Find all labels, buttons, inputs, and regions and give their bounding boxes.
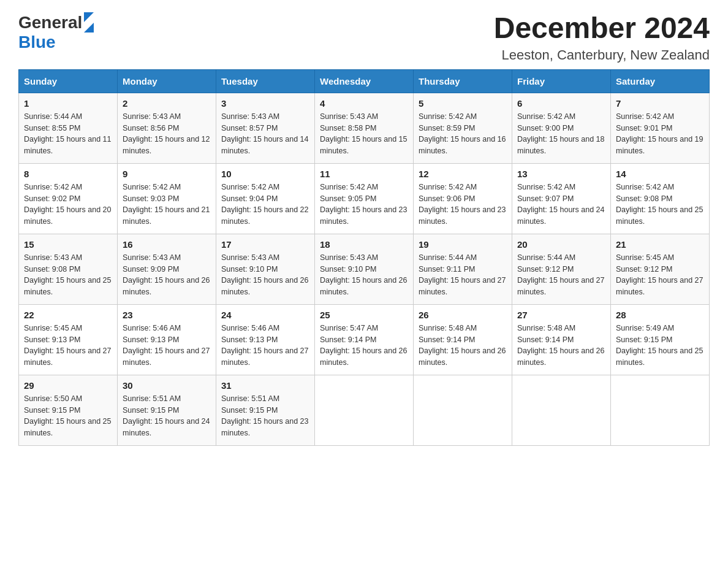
day-number: 1: [24, 98, 112, 109]
calendar-cell: 13 Sunrise: 5:42 AM Sunset: 9:07 PM Dayl…: [512, 163, 611, 234]
day-info: Sunrise: 5:51 AM Sunset: 9:15 PM Dayligh…: [123, 393, 211, 439]
day-info: Sunrise: 5:42 AM Sunset: 9:08 PM Dayligh…: [616, 182, 704, 228]
calendar-cell: 8 Sunrise: 5:42 AM Sunset: 9:02 PM Dayli…: [19, 163, 118, 234]
day-info: Sunrise: 5:45 AM Sunset: 9:12 PM Dayligh…: [616, 252, 704, 298]
day-info: Sunrise: 5:43 AM Sunset: 9:10 PM Dayligh…: [320, 252, 408, 298]
day-info: Sunrise: 5:42 AM Sunset: 8:59 PM Dayligh…: [419, 111, 507, 157]
day-info: Sunrise: 5:50 AM Sunset: 9:15 PM Dayligh…: [24, 393, 112, 439]
calendar-cell: 2 Sunrise: 5:43 AM Sunset: 8:56 PM Dayli…: [118, 93, 216, 163]
calendar-cell: 3 Sunrise: 5:43 AM Sunset: 8:57 PM Dayli…: [216, 93, 315, 163]
day-number: 29: [24, 380, 112, 391]
day-number: 18: [320, 239, 408, 250]
day-number: 16: [123, 239, 211, 250]
day-info: Sunrise: 5:42 AM Sunset: 9:05 PM Dayligh…: [320, 182, 408, 228]
calendar-cell: [315, 375, 414, 445]
calendar-cell: 17 Sunrise: 5:43 AM Sunset: 9:10 PM Dayl…: [216, 234, 315, 304]
calendar-cell: [611, 375, 710, 445]
day-info: Sunrise: 5:47 AM Sunset: 9:14 PM Dayligh…: [320, 323, 408, 369]
day-number: 19: [419, 239, 507, 250]
weekday-header-sunday: Sunday: [19, 69, 118, 93]
day-info: Sunrise: 5:44 AM Sunset: 9:11 PM Dayligh…: [419, 252, 507, 298]
day-number: 23: [123, 310, 211, 320]
calendar-cell: 23 Sunrise: 5:46 AM Sunset: 9:13 PM Dayl…: [118, 304, 216, 375]
day-number: 25: [320, 310, 408, 320]
calendar-cell: 24 Sunrise: 5:46 AM Sunset: 9:13 PM Dayl…: [216, 304, 315, 375]
calendar-table: SundayMondayTuesdayWednesdayThursdayFrid…: [18, 69, 710, 446]
logo-general: General: [18, 13, 82, 33]
calendar-cell: 10 Sunrise: 5:42 AM Sunset: 9:04 PM Dayl…: [216, 163, 315, 234]
day-number: 22: [24, 310, 112, 320]
calendar-cell: 5 Sunrise: 5:42 AM Sunset: 8:59 PM Dayli…: [414, 93, 512, 163]
calendar-cell: 19 Sunrise: 5:44 AM Sunset: 9:11 PM Dayl…: [414, 234, 512, 304]
calendar-cell: [512, 375, 611, 445]
day-number: 17: [221, 239, 309, 250]
day-number: 2: [123, 98, 211, 109]
day-info: Sunrise: 5:42 AM Sunset: 9:03 PM Dayligh…: [123, 182, 211, 228]
location: Leeston, Canterbury, New Zealand: [494, 47, 710, 63]
day-number: 20: [517, 239, 605, 250]
day-number: 31: [221, 380, 309, 391]
weekday-header-wednesday: Wednesday: [315, 69, 414, 93]
day-number: 26: [419, 310, 507, 320]
weekday-header-thursday: Thursday: [414, 69, 512, 93]
logo-blue: Blue: [18, 33, 56, 52]
day-number: 24: [221, 310, 309, 320]
calendar-cell: 6 Sunrise: 5:42 AM Sunset: 9:00 PM Dayli…: [512, 93, 611, 163]
day-info: Sunrise: 5:48 AM Sunset: 9:14 PM Dayligh…: [419, 323, 507, 369]
day-info: Sunrise: 5:42 AM Sunset: 9:02 PM Dayligh…: [24, 182, 112, 228]
calendar-cell: 25 Sunrise: 5:47 AM Sunset: 9:14 PM Dayl…: [315, 304, 414, 375]
day-number: 5: [419, 98, 507, 109]
title-section: December 2024 Leeston, Canterbury, New Z…: [494, 12, 710, 63]
calendar-cell: 1 Sunrise: 5:44 AM Sunset: 8:55 PM Dayli…: [19, 93, 118, 163]
day-number: 8: [24, 169, 112, 179]
day-number: 4: [320, 98, 408, 109]
day-info: Sunrise: 5:46 AM Sunset: 9:13 PM Dayligh…: [123, 323, 211, 369]
day-info: Sunrise: 5:46 AM Sunset: 9:13 PM Dayligh…: [221, 323, 309, 369]
day-info: Sunrise: 5:42 AM Sunset: 9:04 PM Dayligh…: [221, 182, 309, 228]
weekday-header-saturday: Saturday: [611, 69, 710, 93]
calendar-cell: 21 Sunrise: 5:45 AM Sunset: 9:12 PM Dayl…: [611, 234, 710, 304]
day-info: Sunrise: 5:43 AM Sunset: 8:56 PM Dayligh…: [123, 111, 211, 157]
day-number: 13: [517, 169, 605, 179]
day-number: 27: [517, 310, 605, 320]
day-number: 30: [123, 380, 211, 391]
calendar-cell: 14 Sunrise: 5:42 AM Sunset: 9:08 PM Dayl…: [611, 163, 710, 234]
day-info: Sunrise: 5:51 AM Sunset: 9:15 PM Dayligh…: [221, 393, 309, 439]
calendar-cell: 29 Sunrise: 5:50 AM Sunset: 9:15 PM Dayl…: [19, 375, 118, 445]
day-info: Sunrise: 5:48 AM Sunset: 9:14 PM Dayligh…: [517, 323, 605, 369]
day-number: 6: [517, 98, 605, 109]
day-number: 14: [616, 169, 704, 179]
calendar-cell: 20 Sunrise: 5:44 AM Sunset: 9:12 PM Dayl…: [512, 234, 611, 304]
day-number: 3: [221, 98, 309, 109]
weekday-header-friday: Friday: [512, 69, 611, 93]
calendar-cell: 7 Sunrise: 5:42 AM Sunset: 9:01 PM Dayli…: [611, 93, 710, 163]
weekday-header-tuesday: Tuesday: [216, 69, 315, 93]
calendar-cell: 16 Sunrise: 5:43 AM Sunset: 9:09 PM Dayl…: [118, 234, 216, 304]
day-number: 28: [616, 310, 704, 320]
calendar-cell: 15 Sunrise: 5:43 AM Sunset: 9:08 PM Dayl…: [19, 234, 118, 304]
day-info: Sunrise: 5:42 AM Sunset: 9:01 PM Dayligh…: [616, 111, 704, 157]
day-info: Sunrise: 5:42 AM Sunset: 9:00 PM Dayligh…: [517, 111, 605, 157]
weekday-header-monday: Monday: [118, 69, 216, 93]
calendar-cell: 9 Sunrise: 5:42 AM Sunset: 9:03 PM Dayli…: [118, 163, 216, 234]
day-number: 10: [221, 169, 309, 179]
day-info: Sunrise: 5:43 AM Sunset: 9:09 PM Dayligh…: [123, 252, 211, 298]
month-title: December 2024: [494, 12, 710, 45]
day-number: 12: [419, 169, 507, 179]
day-number: 9: [123, 169, 211, 179]
day-info: Sunrise: 5:43 AM Sunset: 8:57 PM Dayligh…: [221, 111, 309, 157]
day-number: 21: [616, 239, 704, 250]
calendar-cell: 26 Sunrise: 5:48 AM Sunset: 9:14 PM Dayl…: [414, 304, 512, 375]
calendar-cell: 12 Sunrise: 5:42 AM Sunset: 9:06 PM Dayl…: [414, 163, 512, 234]
calendar-cell: 27 Sunrise: 5:48 AM Sunset: 9:14 PM Dayl…: [512, 304, 611, 375]
calendar-cell: 11 Sunrise: 5:42 AM Sunset: 9:05 PM Dayl…: [315, 163, 414, 234]
calendar-cell: 31 Sunrise: 5:51 AM Sunset: 9:15 PM Dayl…: [216, 375, 315, 445]
day-info: Sunrise: 5:42 AM Sunset: 9:06 PM Dayligh…: [419, 182, 507, 228]
day-info: Sunrise: 5:43 AM Sunset: 8:58 PM Dayligh…: [320, 111, 408, 157]
day-number: 15: [24, 239, 112, 250]
calendar-cell: 22 Sunrise: 5:45 AM Sunset: 9:13 PM Dayl…: [19, 304, 118, 375]
calendar-cell: 18 Sunrise: 5:43 AM Sunset: 9:10 PM Dayl…: [315, 234, 414, 304]
calendar-cell: 30 Sunrise: 5:51 AM Sunset: 9:15 PM Dayl…: [118, 375, 216, 445]
calendar-cell: 28 Sunrise: 5:49 AM Sunset: 9:15 PM Dayl…: [611, 304, 710, 375]
logo: General Blue: [18, 12, 94, 52]
